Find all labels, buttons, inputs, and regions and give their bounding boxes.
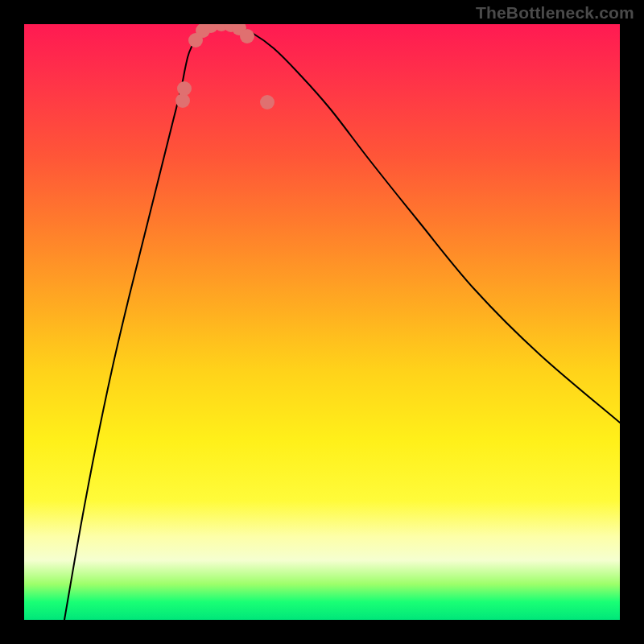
curve-layer (24, 24, 620, 620)
chart-frame: TheBottleneck.com (0, 0, 644, 644)
curve-marker (240, 29, 254, 43)
curve-marker (177, 81, 192, 96)
plot-area (24, 24, 620, 620)
v-curve-path (64, 24, 620, 620)
curve-marker (260, 95, 275, 109)
attribution-text: TheBottleneck.com (476, 3, 634, 23)
